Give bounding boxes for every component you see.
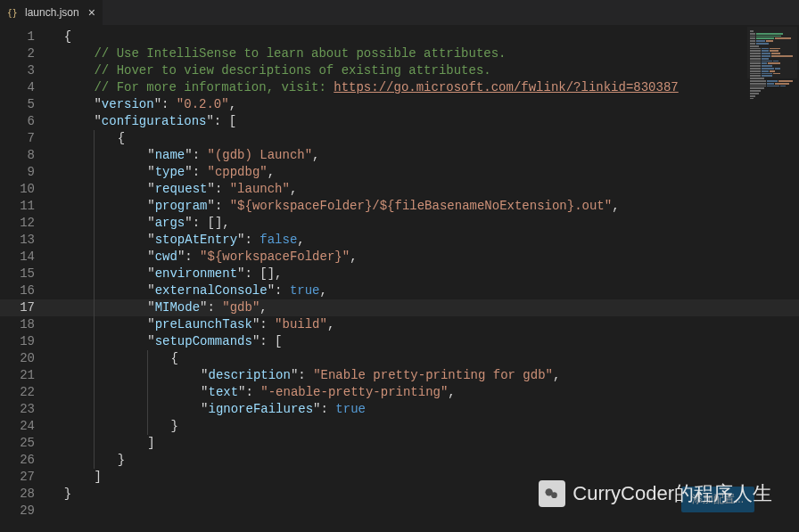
docs-link[interactable]: https://go.microsoft.com/fwlink/?linkid=… (334, 80, 678, 94)
code-line[interactable]: { (49, 350, 799, 367)
line-number-gutter: 1234567891011121314151617181920212223242… (0, 25, 49, 532)
file-tab[interactable]: {} launch.json × (0, 0, 103, 25)
line-number: 8 (0, 147, 35, 164)
line-number: 7 (0, 130, 35, 147)
line-number: 15 (0, 266, 35, 282)
line-number: 18 (0, 316, 35, 333)
tab-filename: launch.json (25, 6, 79, 19)
line-number: 22 (0, 384, 35, 401)
code-line[interactable]: "cwd": "${workspaceFolder}", (49, 249, 799, 266)
code-line[interactable]: "args": [], (49, 215, 799, 232)
line-number: 1 (0, 29, 35, 45)
line-number: 6 (0, 113, 35, 130)
code-line[interactable]: ] (49, 435, 799, 452)
code-line[interactable]: } (49, 418, 799, 435)
line-number: 14 (0, 249, 35, 266)
line-number: 29 (0, 503, 35, 520)
code-content[interactable]: { // Use IntelliSense to learn about pos… (49, 25, 799, 532)
code-line[interactable]: { (49, 130, 799, 147)
editor[interactable]: 1234567891011121314151617181920212223242… (0, 25, 799, 532)
line-number: 21 (0, 367, 35, 384)
code-line[interactable]: "ignoreFailures": true (49, 401, 799, 418)
line-number: 19 (0, 333, 35, 350)
code-line[interactable]: "MIMode": "gdb", (49, 299, 799, 316)
code-line[interactable]: "setupCommands": [ (49, 333, 799, 350)
code-line[interactable]: // For more information, visit: https://… (49, 79, 799, 96)
code-line[interactable]: } (49, 452, 799, 469)
line-number: 4 (0, 79, 35, 96)
close-tab-icon[interactable]: × (88, 5, 95, 20)
line-number: 9 (0, 164, 35, 181)
code-line[interactable]: "text": "-enable-pretty-printing", (49, 384, 799, 401)
code-line[interactable]: "externalConsole": true, (49, 282, 799, 299)
line-number: 20 (0, 350, 35, 367)
code-line[interactable]: "environment": [], (49, 266, 799, 282)
line-number: 5 (0, 96, 35, 113)
code-line[interactable]: ] (49, 469, 799, 486)
line-number: 10 (0, 181, 35, 198)
minimap[interactable] (747, 27, 797, 78)
line-number: 17 (0, 299, 35, 316)
line-number: 16 (0, 282, 35, 299)
code-line[interactable]: "name": "(gdb) Launch", (49, 147, 799, 164)
code-line[interactable]: { (49, 29, 799, 45)
tab-bar: {} launch.json × (0, 0, 799, 25)
line-number: 3 (0, 62, 35, 79)
line-number: 12 (0, 215, 35, 232)
line-number: 28 (0, 486, 35, 503)
code-line[interactable]: // Hover to view descriptions of existin… (49, 62, 799, 79)
code-line[interactable]: "type": "cppdbg", (49, 164, 799, 181)
line-number: 25 (0, 435, 35, 452)
add-configuration-button[interactable]: 添加配置... (681, 487, 754, 512)
code-line[interactable]: "stopAtEntry": false, (49, 232, 799, 249)
code-line[interactable]: "configurations": [ (49, 113, 799, 130)
line-number: 24 (0, 418, 35, 435)
code-line[interactable]: "preLaunchTask": "build", (49, 316, 799, 333)
line-number: 11 (0, 198, 35, 215)
code-line[interactable]: // Use IntelliSense to learn about possi… (49, 45, 799, 62)
line-number: 23 (0, 401, 35, 418)
json-file-icon: {} (7, 6, 20, 19)
code-line[interactable]: "request": "launch", (49, 181, 799, 198)
line-number: 13 (0, 232, 35, 249)
svg-text:{}: {} (7, 8, 18, 18)
code-line[interactable]: "version": "0.2.0", (49, 96, 799, 113)
code-line[interactable]: "program": "${workspaceFolder}/${fileBas… (49, 198, 799, 215)
line-number: 27 (0, 469, 35, 486)
code-line[interactable]: "description": "Enable pretty-printing f… (49, 367, 799, 384)
line-number: 2 (0, 45, 35, 62)
line-number: 26 (0, 452, 35, 469)
